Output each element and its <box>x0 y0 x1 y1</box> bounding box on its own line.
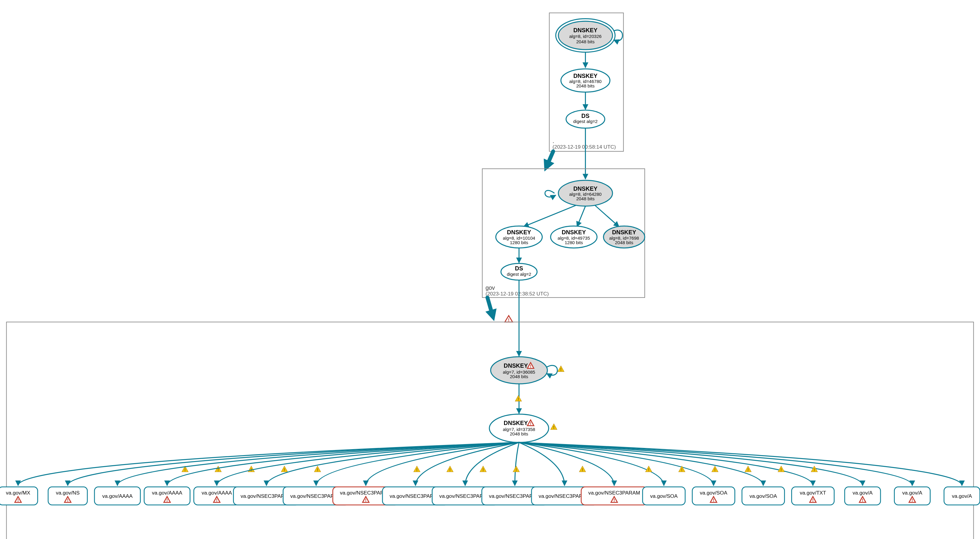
svg-text:1280 bits: 1280 bits <box>510 240 528 245</box>
svg-text:DNSKEY: DNSKEY <box>573 27 598 33</box>
svg-text:!: ! <box>530 363 531 369</box>
svg-text:!: ! <box>530 421 531 426</box>
edge-gov-to-vagov-zone <box>487 298 492 315</box>
warning-icon: ! <box>515 395 522 401</box>
edge-va-zsk-to-leaf <box>519 442 565 485</box>
dnssec-graph: . (2023-12-19 00:58:14 UTC) DNSKEY alg=8… <box>0 0 980 539</box>
zone-root-timestamp: (2023-12-19 00:58:14 UTC) <box>552 144 616 150</box>
warning-icon: ! <box>712 466 718 472</box>
svg-text:!: ! <box>515 467 517 472</box>
edge-va-zsk-to-leaf <box>519 442 962 485</box>
svg-text:!: ! <box>862 498 864 503</box>
warning-icon: ! <box>505 315 513 322</box>
svg-text:DNSKEY: DNSKEY <box>504 362 528 369</box>
svg-text:!: ! <box>780 467 782 472</box>
warning-icon: ! <box>558 366 565 372</box>
svg-text:!: ! <box>216 498 218 503</box>
warning-icon: ! <box>513 466 520 472</box>
leaf-node: va.gov/SOA <box>643 487 685 505</box>
edge-va-ksk-self <box>547 365 557 375</box>
svg-text:2048 bits: 2048 bits <box>615 240 633 245</box>
svg-text:!: ! <box>713 498 714 503</box>
svg-text:!: ! <box>814 467 815 472</box>
node-va-ksk: DNSKEY ! alg=7, id=36085 2048 bits <box>491 357 547 384</box>
svg-text:2048 bits: 2048 bits <box>576 39 595 44</box>
svg-text:!: ! <box>67 498 68 503</box>
warning-icon: ! <box>314 466 321 472</box>
node-root-ds: DS digest alg=2 <box>566 110 605 128</box>
leaf-label: va.gov/A <box>902 490 923 496</box>
svg-text:!: ! <box>560 367 562 372</box>
svg-text:!: ! <box>812 498 814 503</box>
svg-text:!: ! <box>449 467 451 472</box>
svg-text:DNSKEY: DNSKEY <box>612 229 636 235</box>
svg-line-21 <box>577 206 585 227</box>
svg-text:!: ! <box>648 467 649 472</box>
leaf-label: va.gov/A <box>853 490 873 496</box>
node-gov-zsk1: DNSKEY alg=8, id=10104 1280 bits <box>496 226 542 248</box>
leaf-label: va.gov/SOA <box>650 493 678 499</box>
leaf-node: va.gov/A <box>944 487 980 505</box>
svg-text:DNSKEY: DNSKEY <box>562 229 586 235</box>
node-gov-zsk3: DNSKEY alg=8, id=7698 2048 bits <box>603 226 645 248</box>
svg-text:!: ! <box>166 498 168 503</box>
leaf-label: va.gov/AAAA <box>152 490 182 496</box>
warning-icon: ! <box>745 466 751 472</box>
leaf-node: va.gov/MX! <box>0 487 38 505</box>
svg-text:!: ! <box>553 425 555 430</box>
svg-text:2048 bits: 2048 bits <box>576 196 595 201</box>
svg-text:DS: DS <box>515 265 523 271</box>
svg-text:DNSKEY: DNSKEY <box>504 420 528 426</box>
node-gov-zsk2: DNSKEY alg=8, id=49735 1280 bits <box>550 226 597 248</box>
warning-icon: ! <box>645 466 652 472</box>
svg-text:alg=8, id=20326: alg=8, id=20326 <box>569 34 601 39</box>
warning-icon: ! <box>447 466 453 472</box>
svg-text:!: ! <box>582 467 583 472</box>
leaf-label: va.gov/A <box>952 493 972 499</box>
svg-text:!: ! <box>283 467 285 472</box>
leaf-node: va.gov/AAAA! <box>144 487 190 505</box>
svg-text:DNSKEY: DNSKEY <box>507 229 531 235</box>
leaf-label: va.gov/AAAA <box>102 493 133 499</box>
svg-text:!: ! <box>508 317 509 322</box>
leaf-node: va.gov/A! <box>894 487 930 505</box>
svg-line-22 <box>595 205 619 227</box>
node-va-zsk: DNSKEY ! alg=7, id=37358 2048 bits <box>489 414 549 442</box>
leaf-label: va.gov/NS <box>56 490 80 496</box>
warning-icon: ! <box>414 466 420 472</box>
zone-vagov: va.gov (2023-12-19 03:55:13 UTC) DNSKEY … <box>0 322 980 539</box>
leaf-label: va.gov/AAAA <box>202 490 232 496</box>
zone-root: . (2023-12-19 00:58:14 UTC) DNSKEY alg=8… <box>549 13 624 151</box>
svg-text:!: ! <box>912 498 913 503</box>
leaf-label: va.gov/MX <box>6 490 30 496</box>
leaf-node: va.gov/AAAA <box>94 487 140 505</box>
zone-gov-label: gov <box>485 284 495 291</box>
warning-icon: ! <box>778 466 784 472</box>
svg-line-20 <box>523 205 576 227</box>
svg-text:!: ! <box>613 498 615 503</box>
svg-text:DS: DS <box>581 113 590 119</box>
svg-text:!: ! <box>185 467 186 472</box>
leaf-node: va.gov/TXT! <box>792 487 834 505</box>
leaf-node: va.gov/NS! <box>48 487 87 505</box>
leaf-node: va.gov/SOA <box>742 487 784 505</box>
leaf-node: va.gov/NSEC3PARAM! <box>581 487 647 505</box>
zone-gov: gov (2023-12-19 02:38:52 UTC) DNSKEY alg… <box>482 169 645 298</box>
edge-gov-ksk-self <box>545 190 556 197</box>
svg-text:!: ! <box>416 467 418 472</box>
zone-root-label: . <box>552 138 554 144</box>
node-gov-ksk: DNSKEY alg=8, id=64280 2048 bits <box>558 180 612 206</box>
svg-text:DNSKEY: DNSKEY <box>573 73 598 79</box>
leaf-label: va.gov/NSEC3PARAM <box>588 490 640 496</box>
edge-va-zsk-to-leaf <box>519 442 862 485</box>
node-root-ksk: DNSKEY alg=8, id=20326 2048 bits <box>556 19 615 52</box>
node-gov-ds: DS digest alg=2 <box>501 263 537 280</box>
svg-text:1280 bits: 1280 bits <box>565 240 583 245</box>
leaf-node: va.gov/AAAA! <box>194 487 240 505</box>
svg-text:!: ! <box>482 467 484 472</box>
svg-text:!: ! <box>18 498 19 503</box>
warning-icon: ! <box>215 466 221 472</box>
svg-text:!: ! <box>365 498 367 503</box>
leaf-label: va.gov/SOA <box>749 493 777 499</box>
edge-va-zsk-to-leaf <box>515 442 519 485</box>
